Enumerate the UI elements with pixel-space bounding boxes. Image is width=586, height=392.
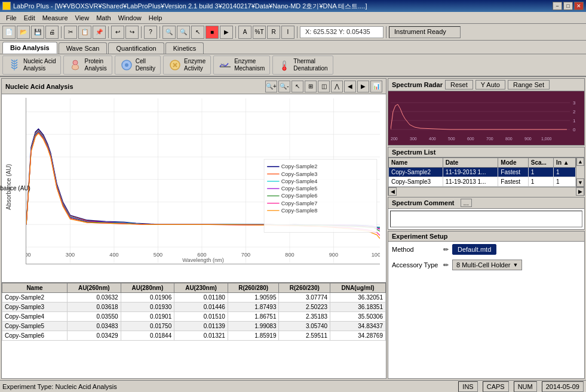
table-row[interactable]: Copy-Sample6 0.03429 0.01844 0.01321 1.8… — [2, 331, 386, 340]
menu-help[interactable]: Help — [145, 13, 166, 23]
sub-tool-nucleic-acid[interactable]: Nucleic AcidAnalysis — [2, 55, 61, 75]
toolbar-pct[interactable]: %T — [253, 26, 266, 39]
toolbar-copy[interactable]: 📋 — [78, 26, 91, 39]
menu-file[interactable]: File — [2, 13, 20, 23]
table-row[interactable]: Copy-Sample5 0.03483 0.01750 0.01139 1.9… — [2, 321, 386, 331]
tab-quantification[interactable]: Quantification — [108, 42, 164, 54]
toolbar-help[interactable]: ? — [144, 26, 157, 39]
view-button[interactable]: ◫ — [318, 81, 330, 92]
prev-button[interactable]: ◀ — [344, 81, 356, 92]
toolbar-cursor[interactable]: ↖ — [191, 26, 204, 39]
y-auto-button[interactable]: Y Auto — [475, 80, 505, 89]
svg-text:200: 200 — [26, 252, 31, 258]
toolbar-print[interactable]: 🖨 — [45, 26, 59, 39]
sub-tool-mechanism-label: EnzymeMechanism — [234, 58, 265, 72]
table-row[interactable]: Copy-Sample2 0.03632 0.01906 0.01180 1.9… — [2, 292, 386, 302]
sub-tool-protein-label: ProteinAnalysis — [84, 58, 106, 72]
close-button[interactable]: ✕ — [574, 2, 584, 10]
scroll-up-button[interactable]: ▲ — [576, 158, 584, 166]
toolbar-run[interactable]: ▶ — [220, 26, 233, 39]
toolbar-stop[interactable]: ■ — [205, 26, 219, 39]
menu-edit[interactable]: Edit — [20, 13, 39, 23]
method-value[interactable]: Default.mtd — [452, 244, 496, 255]
spectrum-comment-input[interactable] — [390, 211, 582, 227]
toolbar-zoom-in[interactable]: 🔍 — [162, 26, 176, 39]
scroll-left-button[interactable]: ◀ — [388, 187, 397, 196]
toolbar-undo[interactable]: ↩ — [111, 26, 124, 39]
tab-wave-scan[interactable]: Wave Scan — [59, 42, 108, 54]
svg-text:1000: 1000 — [372, 252, 380, 258]
tab-kinetics[interactable]: Kinetics — [165, 42, 204, 54]
toolbar-a[interactable]: A — [238, 26, 251, 39]
col-dna: DNA(ug/ml) — [330, 283, 386, 292]
maximize-button[interactable]: □ — [563, 2, 573, 10]
menu-measure[interactable]: Measure — [39, 13, 72, 23]
toolbar-paste[interactable]: 📌 — [93, 26, 106, 39]
spec-row2-date: 11-19-2013 1... — [443, 177, 498, 187]
toolbar-save[interactable]: 💾 — [31, 26, 44, 39]
sub-tool-cell-label: CellDensity — [136, 58, 155, 72]
grid-button[interactable]: ⊞ — [305, 81, 317, 92]
menu-window[interactable]: Window — [115, 13, 145, 23]
toolbar-open[interactable]: 📂 — [17, 26, 30, 39]
hscroll-track — [397, 187, 576, 196]
toolbar-new[interactable]: 📄 — [2, 26, 16, 39]
sub-tool-cell[interactable]: CellDensity — [115, 55, 161, 75]
table-row[interactable]: Copy-Sample4 0.03550 0.01901 0.01510 1.8… — [2, 311, 386, 321]
svg-text:600: 600 — [467, 137, 474, 141]
toolbar-sep3 — [141, 26, 142, 38]
svg-text:3: 3 — [573, 100, 576, 106]
spectrum-list-scrollbar[interactable]: ▲ ▼ — [576, 158, 584, 187]
zoom-in-button[interactable]: 🔍+ — [265, 81, 277, 92]
toolbar-redo[interactable]: ↪ — [125, 26, 139, 39]
sub-tool-enzyme[interactable]: EnzymeActivity — [163, 55, 211, 75]
toolbar-sep6 — [297, 26, 297, 38]
row3-au280: 0.01901 — [121, 311, 174, 321]
scroll-right-button[interactable]: ▶ — [576, 187, 584, 196]
tab-bio-analysis[interactable]: Bio Analysis — [2, 42, 57, 54]
date-display: 2014-05-09 — [542, 381, 584, 392]
sub-tool-mechanism[interactable]: 1/s EnzymeMechanism — [213, 55, 270, 75]
minimize-button[interactable]: − — [553, 2, 562, 10]
next-button[interactable]: ▶ — [357, 81, 369, 92]
svg-text:800: 800 — [505, 137, 513, 141]
instrument-status: Instrument Ready — [389, 26, 461, 38]
method-label: Method — [392, 246, 440, 253]
toolbar-cut[interactable]: ✂ — [64, 26, 77, 39]
spec-row2-mode: Fastest — [498, 177, 528, 187]
toolbar-zoom-out[interactable]: 🔍 — [177, 26, 190, 39]
spectrum-list-item[interactable]: Copy-Sample2 11-19-2013 1... Fastest 1 1 — [389, 168, 576, 177]
spectrum-comment-ellipsis[interactable]: ... — [461, 199, 472, 207]
accessory-pen-icon[interactable]: ✏ — [443, 261, 449, 269]
row4-name: Copy-Sample5 — [2, 321, 68, 331]
toolbar-i[interactable]: I — [281, 26, 294, 39]
sub-tool-protein[interactable]: ProteinAnalysis — [63, 55, 112, 75]
range-set-button[interactable]: Range Set — [508, 80, 550, 89]
table-row[interactable]: Copy-Sample3 0.03618 0.01930 0.01446 1.8… — [2, 302, 386, 311]
zoom-out-button[interactable]: 🔍- — [278, 81, 290, 92]
method-pen-icon[interactable]: ✏ — [443, 246, 449, 254]
spectrum-list-scroll[interactable]: Name Date Mode Sca... In ▲ Copy-Sample2 — [388, 158, 576, 187]
row5-dna: 34.28769 — [330, 331, 386, 340]
menu-view[interactable]: View — [72, 13, 93, 23]
toolbar-r[interactable]: R — [267, 26, 280, 39]
spectrum-list-item[interactable]: Copy-Sample3 11-19-2013 1... Fastest 1 1 — [389, 177, 576, 187]
accessory-dropdown-icon[interactable]: ▼ — [513, 262, 518, 268]
svg-point-3 — [125, 63, 128, 67]
menu-math[interactable]: Math — [93, 13, 114, 23]
scroll-down-button[interactable]: ▼ — [576, 178, 584, 187]
cursor-button[interactable]: ↖ — [292, 81, 303, 92]
accessory-value[interactable]: 8 Multi-Cell Holder ▼ — [452, 260, 522, 270]
spectrum-list-hscroll[interactable]: ◀ ▶ — [388, 187, 584, 195]
row3-name: Copy-Sample4 — [2, 311, 68, 321]
peak-button[interactable]: ⋀ — [331, 81, 343, 92]
caps-indicator: CAPS — [483, 381, 509, 392]
svg-text:Copy-Sample4: Copy-Sample4 — [281, 178, 318, 184]
spectrum-radar-header: Spectrum Radar Reset Y Auto Range Set — [388, 79, 584, 91]
sub-tool-thermal[interactable]: ThermalDenaturation — [272, 55, 333, 75]
mechanism-icon: 1/s — [219, 58, 232, 72]
graph-settings-button[interactable]: 📊 — [370, 81, 382, 92]
row4-au260: 0.03483 — [68, 321, 121, 331]
spec-col-sca: Sca... — [528, 158, 553, 168]
reset-button[interactable]: Reset — [445, 80, 473, 89]
